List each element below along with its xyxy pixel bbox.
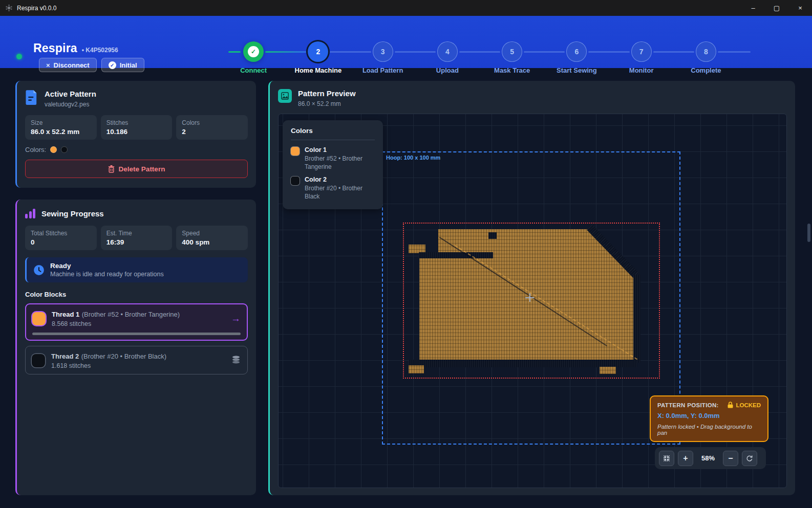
zoom-controls: + 58% − — [655, 447, 766, 469]
app-name: Respira — [33, 41, 77, 55]
step-connect[interactable]: ✓ Connect — [221, 41, 286, 74]
close-button[interactable]: × — [788, 0, 812, 16]
hoop-label: Hoop: 100 x 100 mm — [386, 154, 440, 161]
step-upload[interactable]: 4 Upload — [415, 41, 480, 74]
step-complete[interactable]: 8 Complete — [674, 41, 738, 74]
document-icon — [25, 90, 38, 105]
legend-swatch-1 — [291, 147, 300, 156]
legend-swatch-2 — [291, 176, 300, 185]
minimize-button[interactable]: – — [741, 0, 765, 16]
machine-serial: • K4P502956 — [82, 47, 118, 54]
maximize-button[interactable]: ▢ — [765, 0, 788, 16]
stat-stitches: Stitches 10.186 — [101, 115, 173, 140]
pattern-dimensions: 86.0 × 52.2 mm — [298, 100, 356, 107]
legend-color-1: Color 1 Brother #52 • Brother Tangerine — [291, 146, 375, 171]
app-header: Respira • K4P502956 × Disconnect ✓ Initi… — [0, 16, 812, 68]
position-coordinates: X: 0.0mm, Y: 0.0mm — [657, 412, 761, 419]
active-pattern-title: Active Pattern — [45, 90, 96, 98]
lock-icon — [728, 402, 733, 408]
pattern-position-overlay: PATTERN POSITION: LOCKED X: 0.0mm, Y: 0.… — [650, 395, 768, 442]
thread-2-block[interactable]: Thread 2 (Brother #20 • Brother Black) 1… — [25, 346, 248, 374]
check-circle-icon: ✓ — [109, 61, 116, 69]
check-icon: ✓ — [248, 46, 259, 57]
window-title: Respira v0.0.0 — [17, 5, 56, 12]
zoom-in-button[interactable]: + — [678, 451, 693, 466]
status-description: Machine is idle and ready for operations — [50, 271, 164, 278]
window-titlebar: Respira v0.0.0 – ▢ × — [0, 0, 812, 16]
step-monitor[interactable]: 7 Monitor — [609, 41, 674, 74]
legend-color-2: Color 2 Brother #20 • Brother Black — [291, 176, 375, 201]
active-pattern-card: Active Pattern valetudogv2.pes Size 86.0… — [15, 81, 256, 188]
step-mask-trace[interactable]: 5 Mask Trace — [480, 41, 544, 74]
preview-canvas[interactable]: Colors Color 1 Brother #52 • Brother Tan… — [278, 114, 787, 488]
workflow-stepper: ✓ Connect 2 Home Machine 3 Load Pattern … — [221, 41, 738, 74]
trash-icon — [108, 165, 115, 173]
color-blocks-label: Color Blocks — [25, 291, 248, 298]
connection-status-dot — [16, 54, 22, 59]
arrow-right-icon: → — [231, 313, 241, 324]
initial-button[interactable]: ✓ Initial — [101, 58, 144, 72]
pattern-preview-card: Pattern Preview 86.0 × 52.2 mm Colors Co… — [268, 81, 795, 495]
center-crosshair — [525, 293, 534, 302]
bar-chart-icon — [25, 208, 35, 218]
stat-speed: Speed 400 spm — [176, 226, 248, 250]
reset-view-button[interactable] — [742, 451, 757, 466]
position-hint: Pattern locked • Drag background to pan — [657, 424, 761, 436]
x-icon: × — [46, 61, 50, 69]
clock-icon — [33, 264, 45, 276]
stat-total-stitches: Total Stitches 0 — [25, 226, 97, 250]
step-home-machine[interactable]: 2 Home Machine — [286, 41, 350, 74]
locked-badge: LOCKED — [728, 402, 761, 408]
disconnect-button[interactable]: × Disconnect — [39, 58, 97, 72]
sewing-progress-title: Sewing Progress — [41, 209, 104, 218]
color-legend: Colors Color 1 Brother #52 • Brother Tan… — [283, 120, 383, 209]
thread-1-block[interactable]: Thread 1 (Brother #52 • Brother Tangerin… — [25, 303, 248, 341]
machine-status-banner: Ready Machine is idle and ready for oper… — [25, 257, 248, 282]
sewing-progress-card: Sewing Progress Total Stitches 0 Est. Ti… — [15, 200, 256, 495]
colors-label: Colors: — [25, 146, 46, 153]
status-title: Ready — [50, 262, 164, 270]
thread-1-progress-bar — [32, 333, 241, 335]
zoom-level: 58% — [697, 454, 719, 462]
step-connect-circle: ✓ — [243, 41, 264, 62]
disconnect-label: Disconnect — [54, 61, 90, 69]
scrollbar-thumb[interactable] — [807, 224, 810, 242]
stat-colors: Colors 2 — [176, 115, 248, 140]
step-load-pattern[interactable]: 3 Load Pattern — [351, 41, 415, 74]
position-label: PATTERN POSITION: — [657, 402, 719, 408]
layers-icon — [231, 355, 241, 366]
thread-1-swatch — [32, 312, 46, 325]
app-icon — [5, 4, 13, 12]
pattern-filename: valetudogv2.pes — [45, 101, 96, 108]
zoom-out-button[interactable]: − — [723, 451, 738, 466]
color-swatch-1 — [50, 146, 57, 153]
fit-to-screen-button[interactable] — [659, 451, 674, 466]
step-start-sewing[interactable]: 6 Start Sewing — [544, 41, 609, 74]
delete-pattern-button[interactable]: Delete Pattern — [25, 160, 248, 178]
thread-2-swatch — [32, 354, 45, 367]
image-icon — [278, 89, 292, 103]
pattern-preview-title: Pattern Preview — [298, 89, 356, 98]
color-swatch-2 — [61, 146, 68, 153]
stat-est-time: Est. Time 16:39 — [101, 226, 173, 250]
stat-size: Size 86.0 x 52.2 mm — [25, 115, 97, 140]
initial-label: Initial — [120, 61, 137, 69]
